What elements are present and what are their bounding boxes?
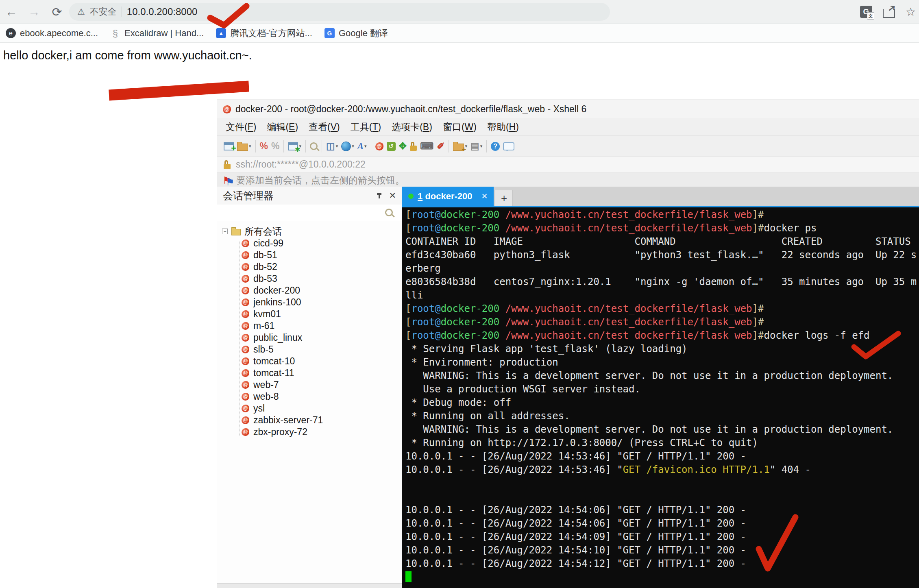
terminal-output[interactable]: [root@docker-200 /www.yuchaoit.cn/test_d… xyxy=(402,206,919,588)
translate-extension-icon[interactable]: G xyxy=(860,6,872,18)
terminal-line: lli xyxy=(405,289,919,302)
session-label: kvm01 xyxy=(253,309,281,320)
font-icon[interactable]: A▾ xyxy=(356,138,368,155)
tab-label: 1 docker-200 xyxy=(418,191,473,202)
session-item-docker-200[interactable]: @docker-200 xyxy=(217,285,402,296)
new-tab-button[interactable]: + xyxy=(495,190,513,206)
session-item-slb-5[interactable]: @slb-5 xyxy=(217,344,402,355)
new-file-icon[interactable]: ▾ xyxy=(451,138,469,155)
session-tree-root[interactable]: − 所有会话 xyxy=(217,225,402,237)
session-item-zabbix-server-71[interactable]: @zabbix-server-71 xyxy=(217,414,402,426)
bookmark-star-icon[interactable]: ☆ xyxy=(906,5,916,19)
session-shell-icon: @ xyxy=(242,251,249,259)
terminal-line: [root@docker-200 /www.yuchaoit.cn/test_d… xyxy=(405,316,919,329)
pin-icon[interactable] xyxy=(379,193,380,198)
not-secure-label[interactable]: 不安全 xyxy=(90,6,117,18)
help-icon[interactable]: ? xyxy=(489,138,501,155)
toolbar-separator xyxy=(371,140,371,152)
terminal-line: 10.0.0.1 - - [26/Aug/2022 14:53:46] "GET… xyxy=(405,463,919,477)
terminal-line: 10.0.0.1 - - [26/Aug/2022 14:53:46] "GET… xyxy=(405,450,919,463)
session-label: tomcat-11 xyxy=(253,368,294,379)
dropdown-caret-icon: ▾ xyxy=(249,144,251,149)
session-label: db-52 xyxy=(253,261,277,272)
highlight-pen-icon[interactable]: ✐ xyxy=(435,138,446,155)
find-icon[interactable] xyxy=(308,138,319,155)
terminal-line: * Debug mode: off xyxy=(405,396,919,409)
web-browser-icon[interactable]: ▾ xyxy=(340,138,356,155)
fullscreen-icon[interactable]: ✥ xyxy=(397,138,408,155)
bookmark-ebook[interactable]: eebook.apecome.c... xyxy=(6,28,98,39)
session-item-tomcat-11[interactable]: @tomcat-11 xyxy=(217,367,402,379)
session-item-web-8[interactable]: @web-8 xyxy=(217,391,402,403)
session-item-cicd-99[interactable]: @cicd-99 xyxy=(217,237,402,249)
menu-V[interactable]: 查看(V) xyxy=(303,121,345,133)
session-label: docker-200 xyxy=(253,285,300,296)
tab-close-icon[interactable]: ✕ xyxy=(481,192,488,201)
feedback-icon[interactable] xyxy=(501,138,516,155)
terminal-line xyxy=(405,490,919,503)
xftp-icon[interactable]: ↺ xyxy=(385,138,397,155)
session-manager-panel: 会话管理器 ✕ − 所有会话 @cicd-99@db-51@db-52@db-5… xyxy=(217,187,402,584)
disconnect-icon[interactable]: % xyxy=(258,138,270,155)
session-shell-icon: @ xyxy=(242,298,249,306)
browser-actions: G ☆ xyxy=(860,0,916,24)
terminal-line: e8036584b38d centos7_nginx:1.20.1 "nginx… xyxy=(405,275,919,289)
bookmark-excalidraw[interactable]: §Excalidraw | Hand... xyxy=(110,28,204,39)
menu-B[interactable]: 选项卡(B) xyxy=(386,121,438,133)
new-session-icon[interactable] xyxy=(222,138,235,155)
menu-E[interactable]: 编辑(E) xyxy=(261,121,303,133)
arrange-windows-icon[interactable]: ◫▾ xyxy=(324,138,340,155)
share-icon[interactable] xyxy=(883,9,895,18)
toolbar-separator xyxy=(283,140,284,152)
menu-W[interactable]: 窗口(W) xyxy=(438,121,482,133)
session-item-m-61[interactable]: @m-61 xyxy=(217,320,402,332)
notice-text: 要添加当前会话，点击左侧的箭头按钮。 xyxy=(236,174,405,187)
terminal-area: 1 docker-200 ✕ + [root@docker-200 /www.y… xyxy=(402,187,919,588)
menu-H[interactable]: 帮助(H) xyxy=(482,121,524,133)
xshell-title-bar[interactable]: @ docker-200 - root@docker-200:/www.yuch… xyxy=(217,100,919,118)
close-panel-icon[interactable]: ✕ xyxy=(389,191,396,200)
session-item-jenkins-100[interactable]: @jenkins-100 xyxy=(217,296,402,308)
flag-icon: ⚑⚑ xyxy=(222,175,232,185)
xshell-icon[interactable]: @ xyxy=(374,138,385,155)
dropdown-caret-icon: ▾ xyxy=(364,144,367,149)
session-item-web-7[interactable]: @web-7 xyxy=(217,379,402,391)
reconnect-icon[interactable]: % xyxy=(270,138,281,155)
menu-F[interactable]: 文件(F) xyxy=(220,121,261,133)
toolbar-separator xyxy=(255,140,256,152)
session-item-public_linux[interactable]: @public_linux xyxy=(217,332,402,344)
terminal-line: [root@docker-200 /www.yuchaoit.cn/test_d… xyxy=(405,208,919,222)
xshell-address-bar[interactable]: ssh://root:******@10.0.0.200:22 xyxy=(217,157,919,172)
bookmarks-bar: eebook.apecome.c...§Excalidraw | Hand...… xyxy=(0,24,919,43)
session-item-ysl[interactable]: @ysl xyxy=(217,403,402,414)
lock-screen-icon[interactable] xyxy=(408,138,418,155)
menu-T[interactable]: 工具(T) xyxy=(345,121,386,133)
address-bar[interactable]: ⚠ 不安全 10.0.0.200:8000 xyxy=(69,3,610,21)
open-sessions-icon[interactable]: ▾ xyxy=(235,138,253,155)
tab-docker-200[interactable]: 1 docker-200 ✕ xyxy=(402,187,494,206)
session-properties-icon[interactable]: ▾ xyxy=(286,138,303,155)
terminal-line: * Serving Flask app 'test_flask' (lazy l… xyxy=(405,342,919,356)
terminal-line: WARNING: This is a development server. D… xyxy=(405,423,919,436)
session-item-db-53[interactable]: @db-53 xyxy=(217,273,402,285)
bookmark-tencent-docs[interactable]: ▲腾讯文档-官方网站... xyxy=(216,27,312,39)
session-shell-icon: @ xyxy=(242,416,249,424)
collapse-icon[interactable]: − xyxy=(222,229,228,234)
session-label: web-7 xyxy=(253,379,279,390)
session-item-kvm01[interactable]: @kvm01 xyxy=(217,308,402,320)
back-icon[interactable]: ← xyxy=(0,5,23,19)
bookmark-google-translate[interactable]: GGoogle 翻译 xyxy=(324,27,388,39)
session-item-db-51[interactable]: @db-51 xyxy=(217,249,402,261)
forward-icon[interactable]: → xyxy=(23,5,46,19)
log-icon[interactable]: ▤▾ xyxy=(469,138,484,155)
connected-dot-icon xyxy=(408,194,414,199)
session-item-db-52[interactable]: @db-52 xyxy=(217,261,402,273)
session-item-tomcat-10[interactable]: @tomcat-10 xyxy=(217,355,402,367)
session-manager-header: 会话管理器 ✕ xyxy=(217,187,402,205)
reload-icon[interactable]: ⟳ xyxy=(46,5,68,19)
session-search-input[interactable] xyxy=(217,205,402,221)
session-item-zbx-proxy-72[interactable]: @zbx-proxy-72 xyxy=(217,426,402,438)
virtual-keyboard-icon[interactable]: ⌨ xyxy=(418,138,435,155)
url-text[interactable]: 10.0.0.200:8000 xyxy=(127,6,198,17)
session-label: zabbix-server-71 xyxy=(253,415,323,426)
